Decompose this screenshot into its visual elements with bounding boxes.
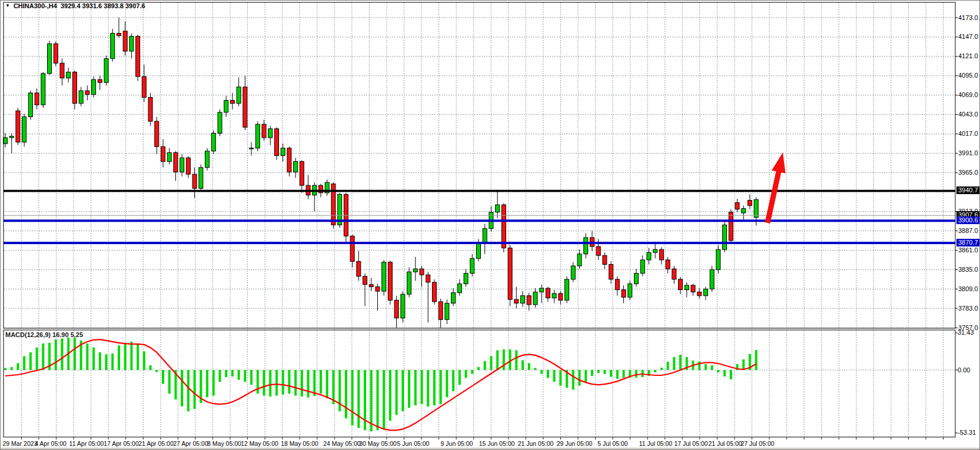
- candle-bullish: [268, 129, 273, 138]
- candle-bearish: [174, 152, 178, 172]
- candle-bearish: [54, 44, 58, 63]
- candle-bullish: [647, 252, 651, 260]
- macd-histogram-bar: [23, 356, 25, 370]
- macd-histogram-bar: [414, 370, 417, 405]
- candle-bullish: [9, 136, 14, 138]
- macd-histogram-bar: [427, 370, 429, 406]
- macd-histogram-bar: [603, 370, 606, 374]
- macd-histogram-bar: [515, 350, 517, 370]
- symbol-ohlc-values: 3929.4 3931.6 3893.8 3907.6: [61, 2, 145, 9]
- macd-histogram-bar: [673, 357, 675, 370]
- macd-histogram-bar: [4, 368, 6, 370]
- price-tick-label: 4043.0: [958, 111, 978, 118]
- candle-bullish: [294, 162, 298, 172]
- candle-bullish: [723, 225, 727, 249]
- candle-bullish: [255, 124, 260, 148]
- macd-histogram-bar: [263, 370, 265, 396]
- macd-histogram-bar: [584, 370, 587, 382]
- candle-bullish: [628, 284, 632, 297]
- time-axis-label: 27 Apr 05:00: [173, 440, 208, 447]
- candle-bearish: [596, 246, 600, 255]
- macd-histogram-bar: [635, 370, 637, 378]
- macd-histogram-bar: [150, 365, 152, 370]
- price-tick-label: 3887.0: [958, 227, 978, 234]
- candle-bearish: [142, 76, 146, 97]
- macd-histogram-bar: [452, 370, 454, 391]
- macd-histogram-bar: [301, 370, 303, 396]
- time-axis-label: 24 May 05:00: [323, 440, 361, 447]
- macd-histogram-bar: [742, 359, 745, 370]
- macd-histogram-bar: [389, 370, 391, 421]
- chart-canvas[interactable]: [1, 1, 980, 450]
- macd-histogram-bar: [244, 370, 246, 382]
- price-tick-label: 4069.0: [958, 91, 978, 98]
- candle-bearish: [679, 279, 683, 290]
- candle-bearish: [72, 72, 77, 104]
- macd-histogram-bar: [74, 338, 76, 370]
- macd-histogram-bar: [408, 370, 410, 408]
- candle-bullish: [716, 249, 720, 269]
- macd-histogram-bar: [579, 370, 581, 386]
- time-axis-label: 11 Jul 05:00: [639, 440, 672, 447]
- candle-bearish: [148, 98, 152, 122]
- candle-bearish: [508, 248, 512, 299]
- price-tick-label: 4173.0: [958, 14, 978, 21]
- candle-bullish: [457, 284, 461, 292]
- candle-bearish: [16, 111, 20, 142]
- candle-bearish: [697, 292, 702, 295]
- candle-bullish: [451, 293, 456, 304]
- candle-bullish: [521, 296, 525, 304]
- macd-histogram-bar: [257, 370, 259, 394]
- candle-bullish: [413, 269, 417, 272]
- candle-bearish: [609, 264, 613, 279]
- macd-histogram-bar: [181, 370, 183, 406]
- macd-histogram-bar: [294, 370, 297, 396]
- candle-bearish: [117, 34, 121, 36]
- macd-histogram-bar: [111, 354, 114, 370]
- candle-bearish: [85, 91, 89, 94]
- time-axis-label: 29 Jun 05:00: [557, 440, 593, 447]
- macd-histogram-bar: [370, 370, 373, 431]
- candle-bearish: [666, 260, 670, 269]
- macd-histogram-bar: [168, 370, 171, 394]
- candle-bullish: [224, 101, 228, 112]
- price-badge: 3870.7: [956, 239, 980, 246]
- macd-histogram-bar: [396, 370, 398, 415]
- price-tick-label: 4017.0: [958, 130, 978, 137]
- symbol-dropdown-icon[interactable]: ▼: [5, 3, 10, 9]
- candle-bearish: [136, 36, 140, 76]
- macd-histogram-bar: [92, 348, 95, 370]
- candle-bullish: [754, 199, 758, 217]
- time-axis-label: 15 Jun 05:00: [479, 440, 515, 447]
- macd-histogram-bar: [610, 370, 612, 377]
- macd-tick-label: 0.00: [958, 366, 970, 374]
- time-axis-label: 5 Jun 05:00: [397, 440, 430, 447]
- price-tick-label: 4147.0: [958, 33, 978, 40]
- candle-bullish: [129, 36, 134, 51]
- macd-histogram-bar: [130, 342, 132, 370]
- candle-bullish: [483, 229, 487, 244]
- time-axis-label: 27 Jul 05:00: [740, 440, 774, 447]
- candle-bullish: [211, 133, 215, 151]
- candle-bearish: [615, 279, 619, 290]
- macd-histogram-bar: [597, 370, 600, 373]
- candle-bullish: [180, 158, 184, 172]
- candle-bullish: [584, 238, 588, 254]
- macd-histogram-bar: [36, 348, 38, 370]
- candle-bearish: [300, 162, 304, 186]
- time-axis-label: 21 Apr 05:00: [138, 440, 174, 447]
- macd-histogram-bar: [137, 344, 139, 370]
- candle-bearish: [344, 194, 348, 236]
- macd-histogram-bar: [313, 370, 315, 396]
- candle-bullish: [281, 148, 285, 156]
- candle-bullish: [250, 148, 254, 149]
- price-tick-label: 4095.0: [958, 72, 978, 79]
- candle-bullish: [710, 269, 714, 289]
- candle-bearish: [376, 286, 380, 291]
- macd-histogram-bar: [225, 370, 227, 377]
- candle-bearish: [350, 236, 354, 261]
- macd-histogram-bar: [459, 370, 461, 385]
- price-tick-label: 3861.0: [958, 246, 978, 254]
- candle-bearish: [274, 129, 278, 156]
- candle-bearish: [287, 148, 291, 172]
